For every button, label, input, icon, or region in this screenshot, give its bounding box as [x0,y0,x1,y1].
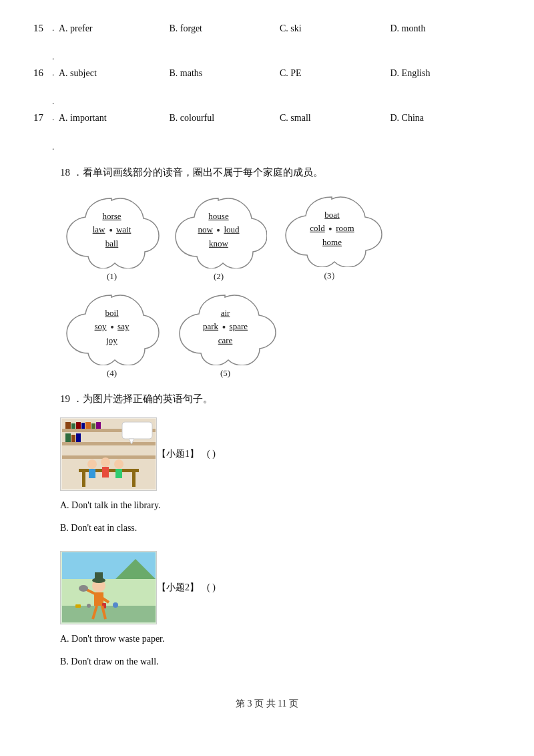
sub-q2-bracket: ( ) [207,582,216,593]
sub-q1-bracket: ( ) [207,449,216,459]
svg-rect-16 [132,472,136,487]
svg-rect-22 [115,469,122,478]
q19-section: 【小题1】 ( ) A. Don't talk in the library. … [60,417,501,671]
q17-options: A. important B. colourful C. small D. Ch… [59,110,501,126]
cloud-3-shape: boat cold room home [274,190,390,267]
cloud-row-1: horse law wait ball (1) house now loud k… [60,190,501,282]
svg-rect-11 [65,433,71,442]
svg-rect-5 [71,423,75,429]
cloud-3-text: boat cold room home [310,208,354,249]
svg-point-19 [101,457,110,467]
q17-option-a: A. important [59,110,170,126]
cloud-5-label: (5) [220,368,230,379]
q15-option-c: C. ski [280,20,390,37]
svg-point-17 [87,459,97,469]
q16-option-c: C. PE [280,65,390,81]
svg-rect-6 [76,422,81,429]
svg-rect-8 [85,422,91,429]
q18-title: 18 ．看单词画线部分的读音，圈出不属于每个家庭的成员。 [60,164,501,182]
q17-number: 17 [33,110,52,126]
cloud-row-2: boil soy say joy (4) air park spare care… [60,289,501,379]
q15-option-d: D. month [390,20,501,37]
q16-options: A. subject B. maths C. PE D. English [59,65,501,81]
cloud-5: air park spare care (5) [170,289,280,379]
svg-rect-2 [62,442,156,445]
q17-option-b: B. colourful [170,110,280,126]
sub-q2-option-a: A. Don't throw waste paper. [60,630,501,648]
cloud-4-text: boil soy say joy [95,306,129,347]
q16-option-a: A. subject [59,65,170,81]
svg-rect-15 [82,472,85,487]
cloud-4: boil soy say joy (4) [60,289,164,379]
svg-rect-20 [102,467,109,478]
question-16: 16 . A. subject B. maths C. PE D. Englis… [33,65,501,81]
cloud-2-label: (2) [214,271,224,282]
q15-option-b: B. forget [170,20,280,37]
q17-option-c: C. small [280,110,390,126]
svg-rect-26 [62,606,156,622]
q19-title: 19 ．为图片选择正确的英语句子。 [60,391,501,408]
sub-q1-option-a: A. Don't talk in the library. [60,496,501,515]
cloud-1-shape: horse law wait ball [60,192,164,268]
svg-rect-3 [62,455,156,459]
cloud-2-text: house now loud know [198,209,239,250]
svg-rect-13 [76,433,81,442]
svg-point-36 [87,604,91,608]
svg-rect-4 [65,422,71,429]
page-footer: 第 3 页 共 11 页 [33,698,501,710]
svg-rect-34 [95,572,103,580]
svg-point-21 [114,459,123,469]
cloud-5-text: air park spare care [203,306,248,347]
sub-q2-label: 【小题2】 [157,582,199,594]
sub-q2-option-b: B. Don't draw on the wall. [60,652,501,671]
q15-options: A. prefer B. forget C. ski D. month [59,20,501,37]
cloud-2: house now loud know (2) [170,192,267,282]
sub-question-1: 【小题1】 ( ) A. Don't talk in the library. … [60,417,501,538]
cloud-4-shape: boil soy say joy [60,289,164,365]
library-image [60,417,157,491]
svg-point-39 [79,585,88,592]
svg-rect-9 [91,423,95,429]
sub-q1-options: A. Don't talk in the library. B. Don't e… [60,496,501,538]
page-info: 第 3 页 共 11 页 [236,699,298,709]
cloud-1-label: (1) [107,271,117,282]
svg-rect-12 [71,435,75,442]
q15-option-a: A. prefer [59,20,170,37]
cloud-3: boat cold room home (3） [274,190,390,282]
cloud-5-shape: air park spare care [170,289,280,365]
sub-q2-row: 【小题2】 ( ) [60,551,501,624]
question-17: 17 . A. important B. colourful C. small … [33,110,501,126]
svg-point-38 [113,602,118,608]
sub-q2-options: A. Don't throw waste paper. B. Don't dra… [60,630,501,671]
sub-q1-row: 【小题1】 ( ) [60,417,501,491]
sub-q1-option-b: B. Don't eat in class. [60,519,501,538]
svg-rect-10 [96,422,101,429]
svg-rect-35 [75,604,81,608]
q15-number: 15 [33,20,52,36]
q17-option-d: D. China [390,110,501,126]
sub-q1-label: 【小题1】 [157,448,199,460]
question-15: 15 . A. prefer B. forget C. ski D. month [33,20,501,37]
cloud-4-label: (4) [107,368,117,379]
svg-rect-23 [122,422,152,439]
q16-option-d: D. English [390,65,501,81]
q16-number: 16 [33,65,52,81]
sub-question-2: 【小题2】 ( ) A. Don't throw waste paper. B.… [60,551,501,671]
cloud-3-label: (3） [324,270,340,282]
svg-rect-7 [81,423,85,429]
trash-image [60,551,157,624]
cloud-2-shape: house now loud know [170,192,267,268]
cloud-1-text: horse law wait ball [93,209,131,250]
q16-option-b: B. maths [170,65,280,81]
svg-rect-18 [89,469,95,478]
cloud-1: horse law wait ball (1) [60,192,164,282]
